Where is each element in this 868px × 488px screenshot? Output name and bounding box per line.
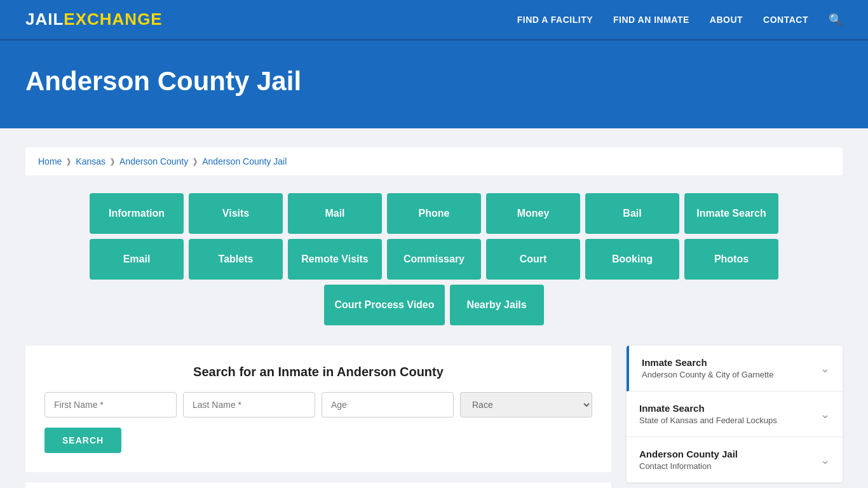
breadcrumb-anderson-county[interactable]: Anderson County <box>119 156 188 166</box>
logo-exchange: EXCHANGE <box>64 10 162 29</box>
sidebar-item-1-title: Inmate Search <box>642 357 773 368</box>
page-title: Anderson County Jail <box>25 66 843 97</box>
search-icon[interactable]: 🔍 <box>829 13 843 27</box>
btn-visits[interactable]: Visits <box>189 193 283 234</box>
sidebar-item-1-subtitle: Anderson County & City of Garnette <box>642 370 773 379</box>
chevron-down-icon-3: ⌄ <box>820 453 830 467</box>
search-fields: Race <box>44 392 592 417</box>
btn-booking[interactable]: Booking <box>585 239 679 280</box>
age-input[interactable] <box>322 392 454 417</box>
btn-photos[interactable]: Photos <box>684 239 778 280</box>
sidebar-item-3-subtitle: Contact Information <box>639 461 738 471</box>
btn-email[interactable]: Email <box>90 239 184 280</box>
grid-row-2: Email Tablets Remote Visits Commissary C… <box>90 239 778 280</box>
grid-row-1: Information Visits Mail Phone Money Bail… <box>90 193 778 234</box>
nav-contact[interactable]: CONTACT <box>763 15 808 25</box>
btn-nearby-jails[interactable]: Nearby Jails <box>450 285 544 325</box>
nav-about[interactable]: ABOUT <box>710 15 743 25</box>
search-button[interactable]: SEARCH <box>44 428 121 453</box>
sidebar-item-3-text: Anderson County Jail Contact Information <box>639 449 738 471</box>
button-grid: Information Visits Mail Phone Money Bail… <box>25 193 843 325</box>
chevron-down-icon-1: ⌄ <box>820 362 830 376</box>
sidebar-item-2-text: Inmate Search State of Kansas and Federa… <box>639 403 777 425</box>
btn-court[interactable]: Court <box>486 239 580 280</box>
breadcrumb-home[interactable]: Home <box>38 156 62 166</box>
btn-phone[interactable]: Phone <box>387 193 481 234</box>
sidebar-item-1-text: Inmate Search Anderson County & City of … <box>642 357 773 379</box>
sidebar-item-2-subtitle: State of Kansas and Federal Lockups <box>639 416 777 425</box>
grid-row-3: Court Process Video Nearby Jails <box>324 285 543 325</box>
breadcrumb-sep-2: ❱ <box>109 157 116 166</box>
chevron-down-icon-2: ⌄ <box>820 407 830 421</box>
navbar: JAILEXCHANGE FIND A FACILITY FIND AN INM… <box>0 0 868 41</box>
btn-court-process-video[interactable]: Court Process Video <box>324 285 444 325</box>
info-box: Anderson County Jail Information <box>25 482 611 488</box>
site-logo[interactable]: JAILEXCHANGE <box>25 10 163 29</box>
sidebar-item-3-title: Anderson County Jail <box>639 449 738 459</box>
breadcrumb-sep-3: ❱ <box>192 157 198 166</box>
btn-information[interactable]: Information <box>90 193 184 234</box>
btn-remote-visits[interactable]: Remote Visits <box>288 239 382 280</box>
search-title: Search for an Inmate in Anderson County <box>44 365 592 379</box>
breadcrumb-kansas[interactable]: Kansas <box>76 156 105 166</box>
sidebar-item-2[interactable]: Inmate Search State of Kansas and Federa… <box>627 391 843 437</box>
nav-links: FIND A FACILITY FIND AN INMATE ABOUT CON… <box>517 13 843 27</box>
breadcrumb-anderson-county-jail[interactable]: Anderson County Jail <box>202 156 287 166</box>
btn-money[interactable]: Money <box>486 193 580 234</box>
nav-find-facility[interactable]: FIND A FACILITY <box>517 15 593 25</box>
two-column-layout: Search for an Inmate in Anderson County … <box>25 346 843 488</box>
btn-bail[interactable]: Bail <box>585 193 679 234</box>
breadcrumb: Home ❱ Kansas ❱ Anderson County ❱ Anders… <box>25 147 843 175</box>
nav-find-inmate[interactable]: FIND AN INMATE <box>613 15 689 25</box>
left-panel: Search for an Inmate in Anderson County … <box>25 346 611 488</box>
btn-inmate-search[interactable]: Inmate Search <box>684 193 778 234</box>
hero-section: Anderson County Jail <box>0 41 868 128</box>
sidebar-item-3[interactable]: Anderson County Jail Contact Information… <box>627 437 843 482</box>
logo-jail: JAIL <box>25 10 64 29</box>
race-select[interactable]: Race <box>460 392 592 417</box>
btn-commissary[interactable]: Commissary <box>387 239 481 280</box>
sidebar: Inmate Search Anderson County & City of … <box>627 346 843 482</box>
last-name-input[interactable] <box>183 392 315 417</box>
sidebar-item-2-title: Inmate Search <box>639 403 777 414</box>
btn-mail[interactable]: Mail <box>288 193 382 234</box>
sidebar-item-1[interactable]: Inmate Search Anderson County & City of … <box>627 346 843 391</box>
inmate-search-box: Search for an Inmate in Anderson County … <box>25 346 611 472</box>
main-content: Home ❱ Kansas ❱ Anderson County ❱ Anders… <box>0 128 868 488</box>
btn-tablets[interactable]: Tablets <box>189 239 283 280</box>
breadcrumb-sep-1: ❱ <box>65 157 72 166</box>
first-name-input[interactable] <box>44 392 177 417</box>
